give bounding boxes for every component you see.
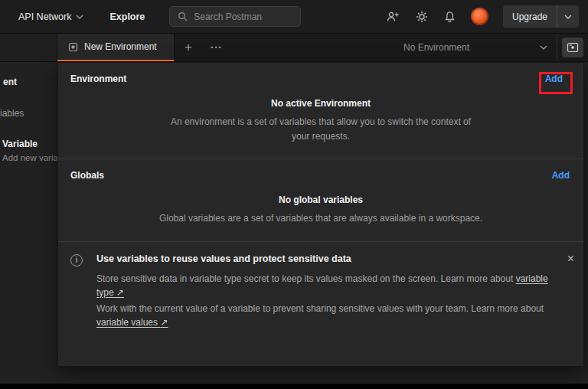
tip-text-2: Work with the current value of a variabl… xyxy=(96,303,544,314)
top-bar: API Network Explore Search Postman xyxy=(0,0,588,34)
environment-selector-value: No Environment xyxy=(403,42,469,53)
tip-title: Use variables to reuse values and protec… xyxy=(96,253,553,266)
tab-new-environment[interactable]: New Environment xyxy=(57,34,175,61)
environment-empty-description: An environment is a set of variables tha… xyxy=(166,115,475,144)
environment-icon xyxy=(68,42,78,52)
user-avatar[interactable] xyxy=(471,8,488,25)
search-placeholder: Search Postman xyxy=(194,11,262,22)
external-link-icon: ↗ xyxy=(116,287,124,298)
top-bar-actions: Upgrade xyxy=(386,5,579,28)
tab-title: New Environment xyxy=(84,41,157,52)
quick-look-wrap xyxy=(557,34,588,61)
upgrade-button[interactable]: Upgrade xyxy=(503,5,579,28)
search-input[interactable]: Search Postman xyxy=(169,6,301,27)
environment-selector-dropdown[interactable]: No Environment xyxy=(394,34,557,61)
chevron-down-icon[interactable] xyxy=(557,5,579,28)
info-icon: i xyxy=(70,254,83,266)
environment-selector-area: No Environment xyxy=(394,34,588,61)
add-environment-button[interactable]: Add xyxy=(545,74,563,84)
chevron-down-icon xyxy=(76,15,83,19)
tab-bar: New Environment + ••• No Environment xyxy=(0,34,588,62)
sidebar-text-fragment: ent xyxy=(3,77,17,87)
environment-section-header: Environment Add xyxy=(58,63,583,90)
settings-gear-icon[interactable] xyxy=(414,9,430,25)
left-sidebar: ent iables Variable Add new variab xyxy=(0,62,57,384)
sidebar-header-spacer xyxy=(0,34,57,61)
explore-menu[interactable]: Explore xyxy=(109,11,145,22)
bottom-edge xyxy=(0,384,588,389)
notifications-bell-icon[interactable] xyxy=(443,9,458,25)
globals-section-header: Globals Add xyxy=(58,159,583,187)
search-icon xyxy=(178,11,188,21)
explore-label: Explore xyxy=(109,11,145,22)
external-link-icon: ↗ xyxy=(160,317,168,328)
sidebar-column-header-variable: Variable xyxy=(2,139,38,149)
invite-user-icon[interactable] xyxy=(386,9,401,25)
no-active-environment-title: No active Environment xyxy=(58,98,583,109)
upgrade-label: Upgrade xyxy=(503,5,557,28)
sidebar-add-variable-placeholder[interactable]: Add new variab xyxy=(2,153,57,162)
add-globals-button[interactable]: Add xyxy=(552,170,570,181)
environment-quick-look-panel: Environment Add No active Environment An… xyxy=(57,62,584,367)
environment-section-title: Environment xyxy=(70,74,126,84)
globals-section-title: Globals xyxy=(70,170,104,181)
globals-empty-description: Global variables are a set of variables … xyxy=(155,211,486,226)
open-new-tab-button[interactable]: + xyxy=(175,34,202,61)
tip-paragraph-current-value: Work with the current value of a variabl… xyxy=(96,302,553,329)
tip-paragraph-secret: Store sensitive data in variable type se… xyxy=(96,272,553,299)
environment-quick-look-button[interactable] xyxy=(562,38,583,57)
api-network-menu[interactable]: API Network xyxy=(18,11,83,22)
no-global-variables-title: No global variables xyxy=(58,194,583,205)
variables-tip-banner: i Use variables to reuse values and prot… xyxy=(58,242,583,329)
sidebar-text-fragment: iables xyxy=(0,108,24,119)
more-tabs-icon[interactable]: ••• xyxy=(202,34,231,61)
variable-values-link[interactable]: variable values ↗ xyxy=(96,317,168,328)
tip-text-1: Store sensitive data in variable type se… xyxy=(96,273,513,284)
api-network-label: API Network xyxy=(18,11,71,22)
close-icon[interactable]: × xyxy=(553,253,574,266)
variable-values-link-label: variable values xyxy=(96,317,158,328)
postman-app-window: API Network Explore Search Postman xyxy=(0,0,588,389)
chevron-down-icon xyxy=(540,45,547,50)
